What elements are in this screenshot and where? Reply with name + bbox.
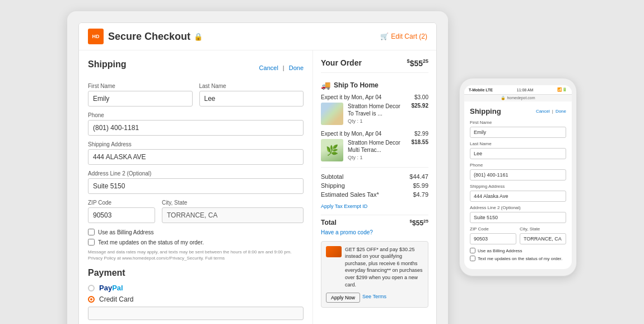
phone-address-input[interactable] — [470, 191, 566, 202]
name-row: First Name Last Name — [88, 83, 304, 107]
phone-billing-checkbox[interactable] — [470, 248, 475, 253]
tax-exempt-link[interactable]: Apply Tax Exempt ID — [321, 203, 367, 209]
billing-checkbox-label: Use as Billing Address — [98, 229, 154, 235]
order-item-2: Expect it by Mon, Apr 04 $2.99 🌿 Stratto… — [321, 131, 428, 161]
item-details-2: Stratton Home Decor Multi Terrac... Qty … — [348, 139, 407, 160]
first-name-input[interactable] — [88, 91, 193, 107]
shipping-section-header: Shipping Cancel | Done — [88, 59, 304, 76]
sms-checkbox-label: Text me updates on the status of my orde… — [98, 239, 204, 246]
phone-label: Phone — [88, 112, 304, 118]
laptop-device: HD Secure Checkout 🔒 🛒 Edit Cart (2) — [67, 11, 448, 324]
payment-title: Payment — [88, 268, 304, 278]
address-input[interactable] — [88, 149, 304, 165]
phone-billing-checkbox-row: Use as Billing Address — [470, 248, 566, 253]
zip-label: ZIP Code — [88, 200, 155, 206]
item-thumbnail-2: 🌿 — [321, 139, 343, 161]
credit-card-input-placeholder — [88, 307, 304, 320]
phone-phone-input[interactable] — [470, 169, 566, 180]
total-row: Total $$5525 — [321, 215, 428, 227]
paypal-radio[interactable] — [88, 285, 95, 291]
credit-card-option[interactable]: Credit Card — [88, 295, 304, 303]
phone-city-state-label: City, State — [520, 226, 566, 232]
phone-cancel-link[interactable]: Cancel — [536, 109, 550, 114]
zip-input[interactable] — [88, 207, 155, 223]
promo-actions: Apply Now See Terms — [326, 290, 423, 303]
truck-icon: 🚚 — [321, 81, 330, 90]
phone-first-name-input[interactable] — [470, 127, 566, 138]
billing-checkbox[interactable] — [88, 229, 95, 235]
city-state-display: TORRANCE, CA — [162, 207, 304, 223]
shipping-row: Shipping $5.99 — [321, 182, 428, 189]
phone-address-label: Shipping Address — [470, 184, 566, 189]
first-name-group: First Name — [88, 83, 193, 107]
lock-icon-phone: 🔒 — [501, 96, 506, 100]
promo-description: GET $25 OFF* and pay $30.25 instead on y… — [345, 247, 423, 288]
phone-done-link[interactable]: Done — [556, 109, 566, 114]
address2-input[interactable] — [88, 178, 304, 194]
shipping-label: Shipping — [321, 182, 345, 189]
apply-now-button[interactable]: Apply Now — [326, 293, 360, 303]
checkout-title-text: Secure Checkout — [108, 31, 190, 43]
order-title: Your Order — [321, 58, 362, 67]
item-price-2: $18.55 — [411, 139, 428, 145]
promo-code-link[interactable]: Have a promo code? — [321, 229, 428, 235]
phone-sms-label: Text me updates on the status of my orde… — [478, 256, 562, 261]
address2-label: Address Line 2 (Optional) — [88, 170, 304, 177]
total-label: Total — [321, 219, 337, 227]
tax-value: $4.79 — [413, 191, 428, 198]
left-panel: Shipping Cancel | Done First Name — [79, 50, 313, 324]
subtotal-label: Subtotal — [321, 173, 343, 180]
done-link[interactable]: Done — [289, 64, 304, 71]
laptop-screen: HD Secure Checkout 🔒 🛒 Edit Cart (2) — [78, 22, 437, 324]
zip-city-row: ZIP Code City, State TORRANCE, CA — [88, 200, 304, 223]
city-state-group: City, State TORRANCE, CA — [162, 200, 304, 223]
paypal-option[interactable]: PayPal — [88, 284, 304, 292]
home-depot-logo: HD — [88, 29, 104, 44]
see-terms-link[interactable]: See Terms — [362, 293, 386, 300]
phone-shipping-title: Shipping — [470, 107, 501, 115]
phone-billing-label: Use as Billing Address — [478, 248, 522, 253]
edit-cart-link[interactable]: 🛒 Edit Cart (2) — [380, 33, 427, 40]
total-value: $$5525 — [410, 219, 428, 227]
laptop-content: Shipping Cancel | Done First Name — [79, 50, 436, 324]
item-thumbnail-1 — [321, 103, 343, 125]
item-row-1: Stratton Home Decor To Travel is ... Qty… — [321, 103, 428, 125]
phone-sms-checkbox-row: Text me updates on the status of my orde… — [470, 256, 566, 261]
item-row-2: 🌿 Stratton Home Decor Multi Terrac... Qt… — [321, 139, 428, 161]
fine-print-text: Message and data rates may apply, and te… — [88, 249, 304, 261]
item-qty-2: Qty : 1 — [348, 155, 407, 160]
delivery-info-2: Expect it by Mon, Apr 04 $2.99 — [321, 131, 428, 137]
shipping-value: $5.99 — [413, 182, 428, 189]
logo-area: HD Secure Checkout 🔒 — [88, 29, 203, 44]
phone-time: 11:08 AM — [517, 88, 534, 92]
last-name-input[interactable] — [199, 91, 304, 107]
phone-phone-label: Phone — [470, 163, 566, 168]
phone-last-name-input[interactable] — [470, 148, 566, 159]
phone-screen: T-Mobile LTE 11:08 AM 📶🔋 🔒 homedepot.com… — [464, 85, 572, 269]
cancel-link[interactable]: Cancel — [259, 64, 278, 71]
order-total-header: $$5525 — [407, 58, 428, 68]
phone-icons: 📶🔋 — [557, 87, 567, 92]
city-state-label: City, State — [162, 200, 304, 206]
delivery-info-1: Expect it by Mon, Apr 04 $3.00 — [321, 94, 428, 100]
phone-input[interactable] — [88, 120, 304, 136]
credit-card-radio[interactable] — [88, 296, 95, 303]
sms-checkbox-row: Text me updates on the status of my orde… — [88, 239, 304, 246]
phone-sms-checkbox[interactable] — [470, 256, 475, 261]
sms-checkbox[interactable] — [88, 239, 95, 246]
phone-address2-label: Address Line 2 (Optional) — [470, 205, 566, 210]
phone-first-name-label: First Name — [470, 120, 566, 125]
phone-content: Shipping Cancel | Done First Name Last N… — [464, 101, 572, 269]
tax-row: Estimated Sales Tax* $4.79 — [321, 191, 428, 198]
last-name-group: Last Name — [199, 83, 304, 107]
phone-shipping-header: Shipping Cancel | Done — [470, 107, 566, 115]
promo-banner-inner: GET $25 OFF* and pay $30.25 instead on y… — [326, 246, 423, 289]
item-qty-1: Qty : 1 — [348, 118, 407, 124]
phone-address2-input[interactable] — [470, 212, 566, 223]
promo-banner: GET $25 OFF* and pay $30.25 instead on y… — [321, 241, 428, 308]
phone-zip-input[interactable] — [470, 233, 516, 244]
phone-city-state-input[interactable] — [520, 233, 566, 244]
zip-group: ZIP Code — [88, 200, 155, 223]
order-panel: Your Order $$5525 🚚 Ship To Home — [313, 50, 436, 324]
ship-to-home-section: 🚚 Ship To Home Expect it by Mon, Apr 04 … — [321, 81, 428, 161]
